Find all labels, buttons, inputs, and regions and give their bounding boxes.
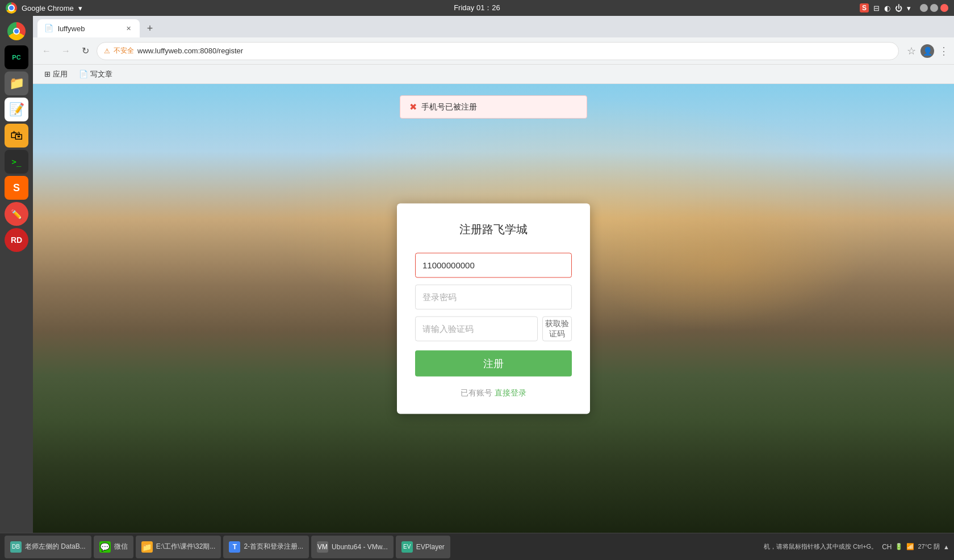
sidebar-item-pycharm[interactable]: PC — [5, 45, 28, 69]
taskbar-status-icons: CH 🔋 📶 27°C 阴 ▲ — [882, 542, 949, 551]
new-tab-button[interactable]: + — [142, 20, 158, 36]
files-icon: 📁 — [9, 76, 24, 91]
os-sidebar: PC 📁 📝 🛍 >_ S ✏️ RD — [0, 16, 33, 533]
taskbar-folder-label: E:\工作\课件\32期... — [156, 542, 216, 551]
pycharm-icon: PC — [12, 54, 20, 61]
reload-button[interactable]: ↻ — [77, 43, 93, 59]
sidebar-item-sublime[interactable]: S — [5, 176, 28, 200]
power-icon: ⏻ — [895, 4, 902, 12]
tab-close-button[interactable]: ✕ — [124, 24, 133, 33]
sidebar-item-terminal[interactable]: >_ — [5, 150, 28, 174]
network-icon: ⊟ — [873, 4, 880, 12]
more-options-icon[interactable]: ⋮ — [939, 45, 948, 57]
close-button[interactable] — [940, 4, 948, 12]
error-banner: ✖ 手机号已被注册 — [400, 95, 587, 119]
sogou-icon: S — [860, 3, 869, 12]
verify-code-input[interactable] — [415, 316, 538, 341]
register-button[interactable]: 注册 — [415, 350, 572, 376]
bookmark-write-label: 写文章 — [90, 69, 112, 79]
address-bar: ← → ↻ ⚠ 不安全 www.luffyweb.com:8080/regist… — [33, 37, 954, 65]
document-icon: 📄 — [79, 70, 88, 78]
weather-temp: 27°C 阴 — [918, 542, 940, 551]
sidebar-item-store[interactable]: 🛍 — [5, 124, 28, 148]
phone-input[interactable] — [415, 252, 572, 277]
sidebar-item-pen[interactable]: ✏️ — [5, 202, 28, 226]
sidebar-item-files[interactable]: 📁 — [5, 71, 28, 95]
taskbar-item-evplayer[interactable]: EV EVPlayer — [396, 536, 450, 558]
address-input[interactable]: ⚠ 不安全 www.luffyweb.com:8080/register — [97, 42, 899, 60]
bookmarks-bar: ⊞ 应用 📄 写文章 — [33, 65, 954, 84]
taskbar-evplayer-label: EVPlayer — [416, 543, 445, 551]
os-clock: Friday 01：26 — [454, 3, 500, 13]
os-topbar: Google Chrome ▾ Friday 01：26 S ⊟ ◐ ⏻ ▾ — [0, 0, 954, 16]
os-topbar-right: S ⊟ ◐ ⏻ ▾ — [860, 3, 948, 12]
direct-login-link[interactable]: 直接登录 — [495, 388, 526, 397]
bookmark-apps[interactable]: ⊞ 应用 — [40, 67, 72, 82]
insecure-warning-label: 不安全 — [114, 46, 134, 56]
taskbar-database-label: 老师左侧的 DataB... — [25, 542, 86, 551]
battery-icon: 🔋 — [895, 543, 903, 550]
os-window-controls — [920, 4, 948, 12]
address-right-controls: ☆ 👤 ⋮ — [907, 44, 948, 58]
vmware-icon: VM — [317, 541, 328, 553]
url-text: www.luffyweb.com:8080/register — [137, 47, 243, 55]
rd-icon: RD — [11, 235, 22, 245]
taskbar-item-folder[interactable]: 📁 E:\工作\课件\32期... — [136, 536, 221, 558]
sidebar-item-writer[interactable]: 📝 — [5, 98, 28, 121]
page-content: ✖ 手机号已被注册 注册路飞学城 获取验证码 注册 已有账号 直接登录 — [33, 84, 954, 533]
taskbar-item-typora[interactable]: T 2-首页和登录注册... — [223, 536, 309, 558]
taskbar-item-wechat[interactable]: 💬 微信 — [94, 536, 133, 558]
evplayer-icon: EV — [401, 541, 413, 553]
browser-window: 📄 luffyweb ✕ + ← → ↻ ⚠ 不安全 www.luffyweb.… — [33, 16, 954, 533]
wechat-icon: 💬 — [99, 541, 111, 553]
bookmark-write-article[interactable]: 📄 写文章 — [74, 67, 117, 82]
pen-icon: ✏️ — [11, 209, 22, 220]
taskbar-item-database[interactable]: DB 老师左侧的 DataB... — [5, 536, 91, 558]
profile-icon[interactable]: 👤 — [920, 44, 934, 58]
active-tab[interactable]: 📄 luffyweb ✕ — [37, 19, 140, 37]
taskbar-vmware-label: Ubuntu64 - VMw... — [332, 543, 388, 551]
apps-grid-icon: ⊞ — [44, 70, 51, 78]
lang-indicator: CH — [882, 543, 892, 551]
writer-icon: 📝 — [9, 102, 24, 117]
taskbar: DB 老师左侧的 DataB... 💬 微信 📁 E:\工作\课件\32期...… — [0, 533, 954, 560]
database-icon: DB — [10, 541, 22, 553]
error-circle-icon: ✖ — [409, 102, 417, 112]
typora-icon: T — [229, 541, 240, 553]
chrome-logo-icon — [6, 2, 17, 14]
network-status-icon: 📶 — [906, 543, 914, 550]
error-message: 手机号已被注册 — [421, 102, 477, 112]
forward-button[interactable]: → — [58, 43, 74, 59]
tab-title: luffyweb — [58, 24, 85, 33]
chrome-sidebar-icon — [7, 22, 26, 40]
arrow-icon: ▾ — [907, 4, 911, 12]
app-name-label: Google Chrome — [22, 4, 74, 12]
store-icon: 🛍 — [10, 128, 23, 143]
register-title: 注册路飞学城 — [415, 221, 572, 237]
taskbar-item-vmware[interactable]: VM Ubuntu64 - VMw... — [311, 536, 394, 558]
terminal-icon: >_ — [12, 157, 22, 166]
taskbar-wechat-label: 微信 — [114, 542, 128, 551]
verify-row: 获取验证码 — [415, 316, 572, 341]
minimize-button[interactable] — [920, 4, 928, 12]
folder-icon: 📁 — [141, 541, 153, 553]
sublime-icon: S — [13, 182, 20, 194]
taskbar-status-text: 机，请将鼠标指针移入其中或按 Ctrl+G。 — [764, 542, 877, 551]
bookmark-apps-label: 应用 — [53, 69, 68, 79]
taskbar-right: 机，请将鼠标指针移入其中或按 Ctrl+G。 CH 🔋 📶 27°C 阴 ▲ — [764, 542, 949, 551]
back-button[interactable]: ← — [39, 43, 55, 59]
notification-icon: ▲ — [943, 544, 949, 550]
has-account-text: 已有账号 — [461, 388, 492, 397]
tab-bar: 📄 luffyweb ✕ + — [33, 16, 954, 37]
password-input[interactable] — [415, 284, 572, 309]
login-link-area: 已有账号 直接登录 — [415, 388, 572, 398]
volume-icon: ◐ — [884, 4, 890, 12]
bookmark-star-icon[interactable]: ☆ — [907, 45, 916, 57]
maximize-button[interactable] — [930, 4, 938, 12]
sidebar-item-chrome[interactable] — [5, 19, 28, 43]
get-verify-code-button[interactable]: 获取验证码 — [542, 316, 572, 341]
sidebar-item-rd[interactable]: RD — [5, 228, 28, 252]
taskbar-typora-label: 2-首页和登录注册... — [244, 542, 303, 551]
dropdown-arrow-icon: ▾ — [78, 4, 82, 12]
os-topbar-left: Google Chrome ▾ — [6, 2, 82, 14]
